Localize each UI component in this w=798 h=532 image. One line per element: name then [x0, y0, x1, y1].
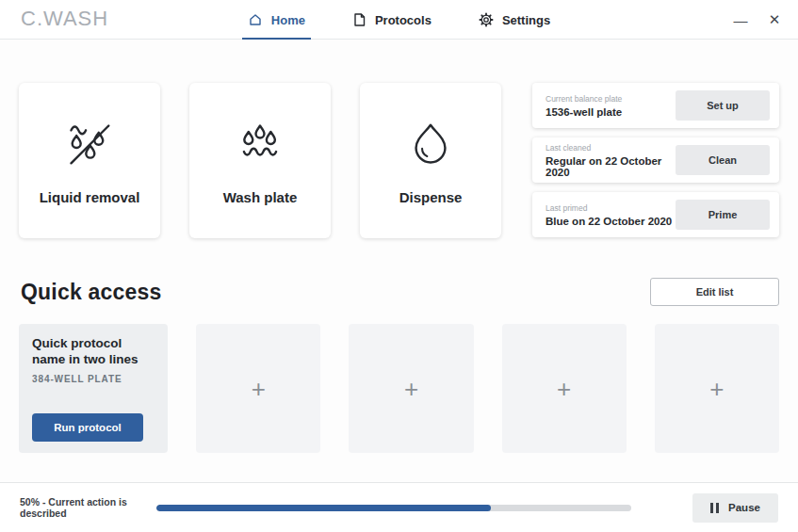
edit-list-button[interactable]: Edit list [650, 278, 779, 306]
panel-value: Blue on 22 October 2020 [546, 216, 676, 227]
quick-access-title: Quick access [19, 280, 161, 305]
panel-label: Last primed [546, 203, 676, 213]
last-cleaned-panel: Last cleaned Regular on 22 October 2020 … [532, 137, 779, 183]
plus-icon: + [252, 377, 266, 401]
empty-slot-card[interactable]: + [502, 324, 627, 453]
quick-access-header: Quick access Edit list [19, 278, 779, 306]
action-label: Dispense [399, 189, 463, 205]
dispense-icon [406, 116, 455, 169]
window-controls: — ✕ [732, 0, 783, 40]
pause-button[interactable]: Pause [692, 493, 778, 523]
dispense-card[interactable]: Dispense [360, 83, 501, 238]
wash-plate-card[interactable]: Wash plate [189, 83, 331, 238]
tab-label: Settings [502, 13, 550, 27]
quick-access-row: Quick protocol name in two lines 384-WEL… [19, 324, 779, 453]
clean-button[interactable]: Clean [676, 145, 770, 175]
plus-icon: + [557, 377, 571, 401]
header: C.WASH Home Protocols [0, 0, 798, 40]
tab-label: Protocols [375, 13, 432, 27]
plus-icon: + [709, 377, 724, 401]
liquid-removal-icon [65, 116, 114, 169]
balance-plate-panel: Current balance plate 1536-well plate Se… [532, 83, 779, 128]
prime-button[interactable]: Prime [676, 200, 770, 230]
action-label: Liquid removal [40, 189, 140, 205]
set-up-button[interactable]: Set up [676, 90, 770, 121]
empty-slot-card[interactable]: + [349, 324, 473, 453]
wash-plate-icon [236, 116, 285, 169]
tab-label: Home [271, 13, 305, 27]
quick-protocol-card[interactable]: Quick protocol name in two lines 384-WEL… [19, 324, 168, 453]
liquid-removal-card[interactable]: Liquid removal [19, 83, 160, 238]
pause-label: Pause [728, 502, 760, 513]
last-primed-panel: Last primed Blue on 22 October 2020 Prim… [532, 192, 779, 237]
empty-slot-card[interactable]: + [196, 324, 320, 453]
home-icon [248, 12, 263, 27]
progress-footer: 50% - Current action is described Pause [0, 482, 798, 532]
actions-row: Liquid removal Wash plate Dispense [19, 83, 779, 238]
gear-icon [479, 12, 494, 27]
close-button[interactable]: ✕ [766, 11, 783, 28]
tab-settings[interactable]: Settings [477, 0, 552, 40]
progress-fill [156, 505, 491, 511]
protocol-plate-type: 384-WELL PLATE [32, 374, 156, 384]
protocol-name: Quick protocol name in two lines [32, 336, 156, 368]
empty-slot-card[interactable]: + [655, 324, 779, 453]
panel-label: Current balance plate [546, 94, 676, 104]
document-icon [352, 12, 366, 27]
run-protocol-button[interactable]: Run protocol [32, 413, 143, 442]
panel-value: 1536-well plate [546, 106, 676, 118]
tab-home[interactable]: Home [246, 0, 307, 40]
action-label: Wash plate [223, 189, 298, 205]
progress-label: 50% - Current action is described [20, 496, 144, 519]
plus-icon: + [404, 377, 418, 401]
main-content: Liquid removal Wash plate Dispense [0, 83, 798, 453]
pause-icon [710, 503, 719, 513]
tab-protocols[interactable]: Protocols [350, 0, 433, 40]
panel-label: Last cleaned [546, 143, 676, 153]
progress-bar [156, 505, 631, 511]
status-panels: Current balance plate 1536-well plate Se… [532, 83, 779, 238]
panel-value: Regular on 22 October 2020 [546, 155, 676, 178]
main-nav: Home Protocols [0, 0, 798, 40]
minimize-button[interactable]: — [732, 12, 749, 28]
